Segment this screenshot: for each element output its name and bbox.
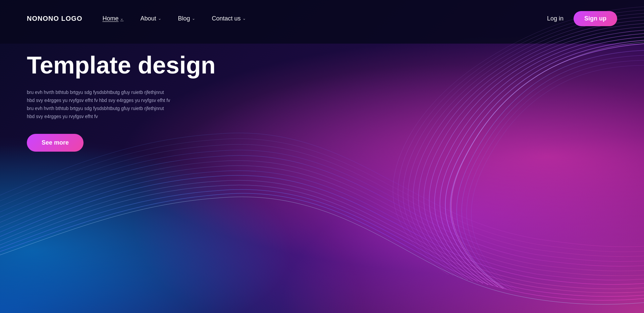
chevron-down-icon: ⌄: [243, 16, 246, 21]
navbar: NONONO LOGO Home ⌄ About ⌄ Blog ⌄ Contac…: [0, 0, 644, 37]
nav-item-home[interactable]: Home ⌄: [102, 15, 123, 22]
logo-bold: LOGO: [61, 15, 83, 22]
hero-content: Template design bru evh hvrth bthtub brt…: [27, 52, 216, 152]
chevron-down-icon: ⌄: [192, 16, 195, 21]
wave-decoration: [0, 0, 644, 313]
chevron-down-icon: ⌄: [120, 16, 123, 21]
nav-actions: Log in Sign up: [547, 11, 617, 26]
hero-description: bru evh hvrth bthtub brtgyu sdg fysdsbht…: [27, 89, 181, 120]
nav-item-contact[interactable]: Contact us ⌄: [212, 15, 246, 22]
logo: NONONO LOGO: [27, 15, 82, 22]
logo-prefix: NONONO: [27, 15, 61, 22]
signup-button[interactable]: Sign up: [574, 11, 617, 26]
login-button[interactable]: Log in: [547, 15, 564, 22]
chevron-down-icon: ⌄: [158, 16, 161, 21]
nav-links: Home ⌄ About ⌄ Blog ⌄ Contact us ⌄: [102, 15, 547, 22]
page-wrapper: NONONO LOGO Home ⌄ About ⌄ Blog ⌄ Contac…: [0, 0, 644, 313]
see-more-button[interactable]: See more: [27, 134, 84, 152]
nav-item-about[interactable]: About ⌄: [140, 15, 161, 22]
nav-item-blog[interactable]: Blog ⌄: [178, 15, 195, 22]
hero-title: Template design: [27, 52, 216, 79]
